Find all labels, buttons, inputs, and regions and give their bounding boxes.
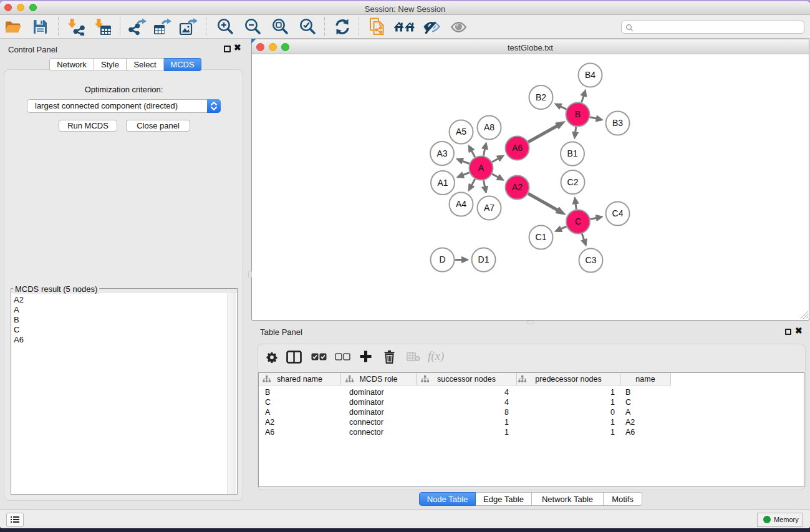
svg-text:A3: A3 — [436, 148, 447, 158]
svg-text:A1: A1 — [437, 178, 448, 188]
svg-text:A6: A6 — [512, 143, 523, 153]
svg-text:A: A — [478, 163, 485, 173]
svg-text:A7: A7 — [484, 203, 494, 213]
svg-text:C1: C1 — [536, 232, 547, 242]
svg-text:C: C — [575, 216, 581, 226]
svg-text:A5: A5 — [456, 127, 466, 137]
svg-text:B4: B4 — [585, 70, 595, 80]
svg-text:C4: C4 — [612, 208, 624, 218]
svg-text:B: B — [575, 109, 581, 119]
svg-text:B1: B1 — [567, 148, 577, 158]
svg-text:C3: C3 — [586, 255, 597, 265]
svg-text:B2: B2 — [536, 92, 546, 102]
svg-text:D1: D1 — [478, 254, 489, 264]
svg-text:D: D — [439, 254, 445, 264]
svg-text:C2: C2 — [567, 177, 579, 187]
svg-text:B3: B3 — [612, 118, 623, 128]
svg-text:A4: A4 — [456, 199, 466, 209]
svg-text:A8: A8 — [484, 122, 494, 132]
svg-text:A2: A2 — [512, 182, 523, 192]
